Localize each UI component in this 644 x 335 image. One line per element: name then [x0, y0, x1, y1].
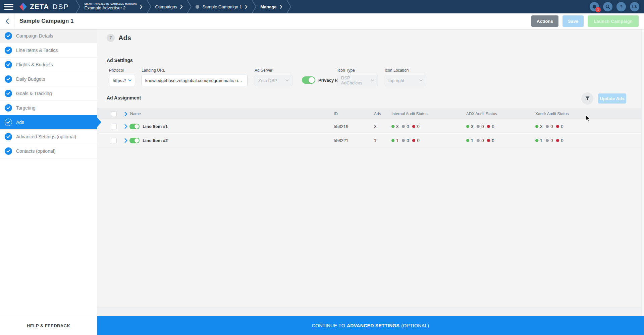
line-item-enabled-toggle[interactable] [129, 124, 140, 129]
continue-button[interactable]: CONTINUE TO ADVANCED SETTINGS (OPTIONAL) [97, 316, 644, 335]
icon-type-field: Icon Type DSP AdChoices [337, 68, 378, 86]
approved-dot [466, 139, 469, 142]
help-button[interactable]: ? [616, 2, 626, 11]
icon-type-select: DSP AdChoices [337, 75, 378, 86]
breadcrumb-campaign[interactable]: Sample Campaign 1 [194, 4, 250, 9]
back-button[interactable] [0, 13, 15, 29]
breadcrumb-separator-icon [286, 0, 291, 13]
column-header-id[interactable]: ID [334, 108, 338, 120]
sidebar-item-line-items[interactable]: Line Items & Tactics [0, 43, 97, 58]
chevron-right-icon [280, 5, 282, 9]
brand-dsp: DSP [52, 3, 69, 11]
landing-url-input[interactable] [142, 75, 248, 86]
column-header-name[interactable]: Name [130, 108, 141, 120]
line-item-name[interactable]: Line Item #2 [143, 133, 168, 147]
icon-type-label: Icon Type [337, 68, 378, 73]
chevron-right-icon [140, 5, 143, 9]
rejected-dot [556, 139, 559, 142]
line-item-enabled-toggle[interactable] [129, 138, 140, 143]
breadcrumb-manage[interactable]: Manage [258, 4, 284, 9]
notifications-button[interactable]: 1 [590, 2, 599, 11]
launch-campaign-button[interactable]: Launch Campaign [588, 15, 639, 27]
icon-type-value: DSP AdChoices [341, 75, 371, 85]
internal-audit-status: 1 0 0 [391, 138, 423, 143]
campaign-header: Sample Campaign 1 Actions Save Launch Ca… [0, 13, 644, 29]
update-ads-button[interactable]: Update Ads [598, 93, 626, 104]
help-feedback-button[interactable]: HELP & FEEDBACK [0, 316, 97, 335]
actions-button[interactable]: Actions [531, 15, 558, 27]
protocol-field: Protocol https:// [109, 68, 135, 86]
filter-funnel-icon [585, 96, 590, 101]
chevron-down-icon [128, 79, 131, 81]
pending-count: 0 [481, 124, 484, 129]
pending-dot [546, 125, 549, 128]
sidebar-item-campaign-details[interactable]: Campaign Details [0, 29, 97, 43]
rejected-count: 0 [417, 138, 419, 143]
continue-pre: CONTINUE TO [312, 323, 345, 328]
breadcrumb-advertiser[interactable]: SMART PROJECTS (VARIABLE MARGIN) Example… [82, 3, 144, 11]
sidebar-item-advanced-settings[interactable]: Advanced Settings (optional) [0, 130, 97, 144]
approved-dot [535, 125, 538, 128]
protocol-select[interactable]: https:// [109, 75, 135, 86]
chevron-down-icon [419, 79, 423, 81]
landing-url-label: Landing URL [142, 68, 248, 73]
filter-button[interactable] [581, 92, 593, 105]
breadcrumb-separator-icon [147, 0, 151, 13]
pending-count: 0 [550, 138, 553, 143]
rejected-count: 0 [561, 138, 563, 143]
sidebar-item-label: Flights & Budgets [16, 62, 53, 67]
pending-count: 0 [407, 124, 409, 129]
expand-all-icon[interactable] [124, 108, 127, 120]
zeta-dsp-logo[interactable]: ZETA DSP [19, 2, 69, 11]
approved-count: 1 [471, 138, 473, 143]
rejected-dot [412, 139, 415, 142]
approved-dot [535, 139, 538, 142]
pending-dot [402, 125, 405, 128]
approved-dot [391, 139, 394, 142]
approved-count: 3 [396, 124, 398, 129]
select-all-checkbox[interactable] [111, 111, 117, 117]
row-checkbox[interactable] [111, 124, 117, 129]
row-checkbox[interactable] [111, 138, 117, 143]
column-header-internal-audit[interactable]: Internal Audit Status [391, 108, 427, 120]
protocol-label: Protocol [109, 68, 135, 73]
continue-post: (OPTIONAL) [401, 323, 429, 328]
rejected-count: 0 [561, 124, 563, 129]
sidebar-item-flights-budgets[interactable]: Flights & Budgets [0, 58, 97, 72]
expand-row-icon[interactable] [124, 133, 127, 147]
content-end-strip [97, 308, 641, 316]
check-circle-icon [5, 47, 12, 54]
avatar[interactable]: L& [630, 2, 639, 11]
rejected-count: 0 [417, 124, 419, 129]
pending-dot [477, 125, 480, 128]
adx-audit-status: 3 0 0 [466, 124, 498, 129]
hamburger-menu-icon[interactable] [4, 3, 13, 11]
question-mark-icon: ? [620, 4, 623, 9]
check-circle-icon [5, 32, 12, 40]
search-button[interactable] [603, 2, 612, 11]
save-button[interactable]: Save [562, 15, 584, 27]
sidebar-item-label: Daily Budgets [16, 76, 45, 82]
scrollbar[interactable] [641, 29, 644, 316]
sidebar-item-contacts[interactable]: Contacts (optional) [0, 144, 97, 158]
breadcrumb-campaigns[interactable]: Campaigns [153, 4, 185, 9]
sidebar-item-goals-tracking[interactable]: Goals & Tracking [0, 86, 97, 101]
check-circle-icon [5, 104, 12, 112]
sidebar-item-daily-budgets[interactable]: Daily Budgets [0, 72, 97, 86]
line-item-ads-count: 3 [374, 119, 376, 133]
column-header-adx-audit[interactable]: ADX Audit Status [466, 108, 497, 120]
check-circle-icon [5, 133, 12, 140]
column-header-ads[interactable]: Ads [374, 108, 381, 120]
privacy-icon-toggle[interactable] [302, 76, 315, 84]
column-header-xandr-audit[interactable]: Xandr Audit Status [535, 108, 569, 120]
rejected-dot [556, 125, 559, 128]
expand-row-icon[interactable] [124, 119, 127, 133]
continue-bold: ADVANCED SETTINGS [347, 323, 399, 328]
adx-audit-status: 1 0 0 [466, 138, 498, 143]
sidebar-item-targeting[interactable]: Targeting [0, 101, 97, 115]
approved-count: 1 [540, 138, 542, 143]
sidebar-item-ads[interactable]: Ads [0, 115, 97, 130]
sidebar-item-label: Goals & Tracking [16, 91, 52, 96]
zeta-diamond-icon [19, 2, 28, 11]
line-item-name[interactable]: Line Item #1 [143, 119, 168, 133]
